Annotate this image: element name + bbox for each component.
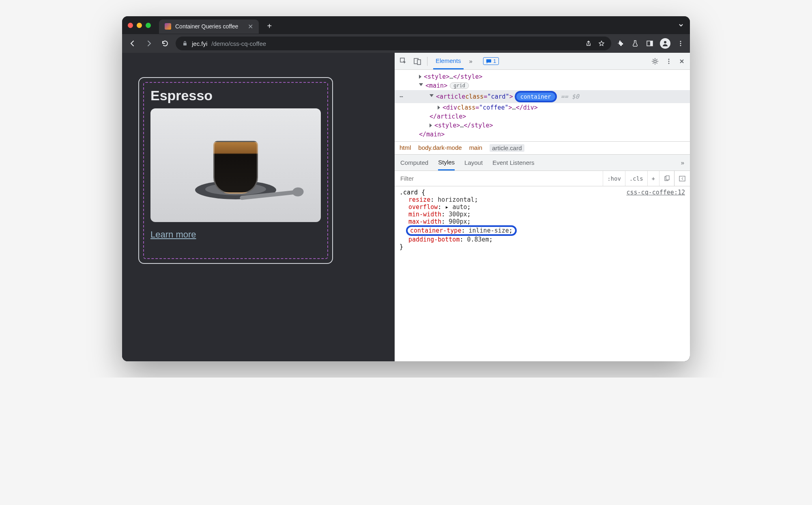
svg-point-6 [680, 45, 681, 46]
expand-icon[interactable] [438, 106, 440, 110]
svg-point-4 [680, 41, 681, 42]
styles-tab[interactable]: Styles [438, 155, 455, 170]
browser-toolbar-right [616, 38, 685, 49]
new-rule-button[interactable]: + [647, 171, 659, 186]
tab-close-button[interactable]: ✕ [248, 23, 253, 30]
titlebar: Container Queries coffee ✕ + [122, 16, 690, 34]
svg-point-14 [668, 63, 670, 64]
computed-tab[interactable]: Computed [400, 159, 428, 166]
prop-padding-bottom: padding-bottom: 0.83em; [400, 236, 685, 243]
window-controls [128, 23, 151, 28]
elements-tab[interactable]: Elements [433, 53, 464, 69]
browser-tab[interactable]: Container Queries coffee ✕ [159, 19, 259, 34]
tab-title: Container Queries coffee [175, 23, 238, 30]
dom-line-main-close: </main> [395, 130, 690, 139]
close-devtools-icon[interactable] [679, 58, 685, 65]
menu-icon[interactable] [676, 39, 685, 48]
favicon-icon [165, 23, 171, 30]
dom-line-main: <main>grid [395, 81, 690, 90]
svg-point-13 [668, 60, 670, 62]
panel-icon[interactable] [645, 39, 654, 48]
reload-button[interactable] [159, 38, 171, 49]
url-path: /demo/css-cq-coffee [211, 40, 266, 47]
selector: .card { [400, 189, 425, 196]
prop-container-type: container-type: inline-size; [400, 225, 685, 236]
crumb-article[interactable]: article.card [490, 144, 524, 152]
prop-min-width: min-width: 300px; [400, 211, 685, 218]
dom-line-article-selected: <article class="card">container== $0 [395, 90, 690, 103]
toggle-sidebar-icon[interactable] [674, 171, 690, 186]
more-tabs-icon[interactable]: » [469, 58, 473, 65]
expand-icon[interactable] [419, 75, 421, 79]
share-icon[interactable] [585, 40, 592, 47]
source-link[interactable]: css-cq-coffee:12 [627, 189, 685, 196]
dom-line-div: <div class="coffee">…</div> [395, 103, 690, 112]
prop-max-width: max-width: 900px; [400, 218, 685, 225]
crumb-html[interactable]: html [400, 144, 411, 152]
hov-button[interactable]: :hov [603, 171, 625, 186]
forward-button[interactable] [143, 38, 155, 49]
espresso-card[interactable]: Espresso Learn more [138, 77, 333, 264]
svg-rect-16 [666, 176, 669, 180]
styles-filter-bar: :hov .cls + [395, 171, 690, 186]
address-bar: jec.fyi/demo/css-cq-coffee [122, 34, 690, 53]
profile-avatar[interactable] [660, 38, 670, 49]
messages-badge[interactable]: 1 [483, 57, 499, 65]
content-area: Espresso Learn more Elements » 1 [122, 53, 690, 361]
dom-line-article-close: </article> [395, 112, 690, 121]
prop-overflow: overflow: ▸ auto; [400, 203, 685, 211]
minimize-window-button[interactable] [137, 23, 142, 28]
devtools-panel: Elements » 1 <style>…</style> <main>grid… [395, 53, 690, 361]
close-window-button[interactable] [128, 23, 133, 28]
svg-rect-10 [486, 59, 491, 63]
page-viewport: Espresso Learn more [122, 53, 395, 361]
layout-tab[interactable]: Layout [464, 159, 483, 166]
expand-icon[interactable] [430, 123, 432, 127]
container-badge[interactable]: container [515, 91, 557, 102]
url-host: jec.fyi [192, 40, 207, 47]
maximize-window-button[interactable] [146, 23, 151, 28]
copy-styles-icon[interactable] [659, 171, 674, 186]
card-title: Espresso [139, 78, 332, 108]
styles-filter-input[interactable] [395, 175, 603, 182]
cls-button[interactable]: .cls [625, 171, 647, 186]
extensions-icon[interactable] [616, 39, 625, 48]
dom-breadcrumb[interactable]: html body.dark-mode main article.card [395, 141, 690, 155]
device-toggle-icon[interactable] [413, 57, 421, 65]
prop-resize: resize: horizontal; [400, 196, 685, 203]
glass-shape [213, 141, 258, 194]
svg-rect-0 [183, 43, 187, 45]
svg-point-5 [680, 43, 681, 44]
url-box[interactable]: jec.fyi/demo/css-cq-coffee [176, 37, 611, 50]
grid-badge[interactable]: grid [450, 82, 469, 89]
coffee-image [150, 108, 321, 222]
kebab-icon[interactable] [666, 58, 672, 65]
svg-point-12 [668, 58, 670, 60]
new-tab-button[interactable]: + [267, 22, 272, 31]
svg-point-3 [664, 41, 666, 43]
svg-rect-9 [417, 60, 421, 65]
labs-icon[interactable] [631, 39, 640, 48]
styles-pane[interactable]: .card {css-cq-coffee:12 resize: horizont… [395, 186, 690, 361]
svg-point-11 [654, 60, 656, 63]
browser-window: Container Queries coffee ✕ + jec.fyi/dem… [122, 16, 690, 361]
devtools-toolbar: Elements » 1 [395, 53, 690, 70]
learn-more-link[interactable]: Learn more [139, 222, 332, 247]
back-button[interactable] [127, 38, 138, 49]
crumb-body[interactable]: body.dark-mode [418, 144, 462, 152]
svg-rect-17 [679, 176, 685, 181]
dom-line-style2: <style>…</style> [395, 121, 690, 130]
more-subpanels-icon[interactable]: » [681, 159, 684, 166]
collapse-icon[interactable] [430, 94, 434, 99]
svg-rect-2 [650, 41, 653, 46]
settings-icon[interactable] [651, 57, 659, 65]
listeners-tab[interactable]: Event Listeners [492, 159, 534, 166]
inspect-icon[interactable] [400, 57, 408, 65]
bookmark-icon[interactable] [598, 40, 605, 47]
tabs-dropdown-button[interactable] [678, 22, 684, 28]
dom-line-style: <style>…</style> [395, 72, 690, 81]
dom-tree[interactable]: <style>…</style> <main>grid <article cla… [395, 70, 690, 141]
crumb-main[interactable]: main [469, 144, 483, 152]
collapse-icon[interactable] [419, 83, 423, 88]
rule-close: } [400, 243, 685, 250]
